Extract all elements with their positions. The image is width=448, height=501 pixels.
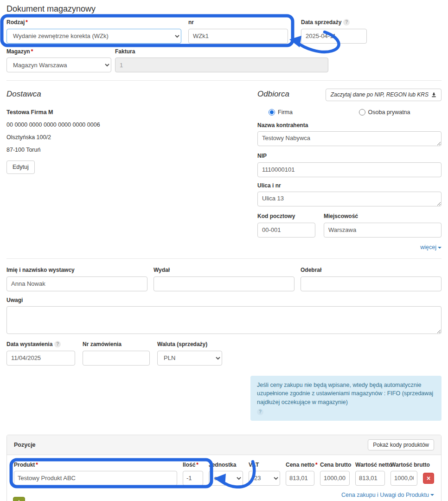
supplier-section: Dostawca Testowa Firma M 00 0000 0000 00…: [6, 89, 238, 250]
nr-zamowienia-label: Nr zamówienia: [83, 341, 150, 348]
recipient-heading: Odbiorca: [257, 90, 289, 99]
miejscowosc-input[interactable]: [324, 223, 442, 238]
firma-radio[interactable]: [269, 109, 275, 116]
help-icon[interactable]: ?: [343, 19, 350, 26]
produkt-input[interactable]: [14, 471, 177, 486]
supplier-city: 87-100 Toruń: [6, 147, 238, 153]
section-divider: [6, 80, 442, 81]
wydal-input[interactable]: [154, 276, 294, 291]
jednostka-label: Jednostka: [209, 462, 243, 469]
magazyn-label: Magazyn*: [6, 48, 111, 56]
ulica-textarea[interactable]: Ulica 13: [257, 192, 442, 206]
magazyn-select[interactable]: Magazyn Warszawa: [6, 58, 111, 72]
ulica-label: Ulica i nr: [257, 182, 442, 190]
supplier-street: Olsztyńska 100/2: [6, 134, 238, 141]
add-position-button[interactable]: +: [13, 497, 25, 501]
fetch-by-nip-button[interactable]: Zaczytaj dane po NIP, REGON lub KRS: [326, 89, 442, 101]
kod-pocztowy-label: Kod pocztowy: [257, 213, 315, 220]
vat-label: VAT: [249, 462, 280, 469]
cena-brutto-label: Cena brutto: [320, 462, 350, 469]
nazwa-kontrahenta-label: Nazwa kontrahenta: [257, 122, 442, 129]
show-product-codes-button[interactable]: Pokaż kody produktów: [368, 439, 434, 450]
odebral-input[interactable]: [301, 276, 442, 291]
required-asterisk: *: [31, 48, 33, 55]
caret-down-icon: [430, 494, 434, 496]
download-icon: [431, 92, 436, 97]
cena-brutto-input[interactable]: [320, 471, 350, 486]
firma-radio-label: Firma: [278, 109, 293, 116]
required-asterisk: *: [196, 462, 198, 468]
required-asterisk: *: [315, 462, 318, 468]
plus-icon: +: [17, 498, 21, 501]
document-header-form: Rodzaj* Wydanie zewnętrzne korekta (WZk)…: [6, 19, 442, 72]
data-sprzedazy-input[interactable]: [301, 29, 367, 44]
nr-zamowienia-input[interactable]: [83, 351, 150, 366]
supplier-account-number: 00 0000 0000 0000 0000 0000 0006: [6, 122, 238, 128]
purchase-price-notes-link[interactable]: Cena zakupu i Uwagi do Produktu: [341, 492, 434, 498]
fifo-info-text: Jeśli ceny zakupu nie będą wpisane, wted…: [257, 381, 435, 407]
supplier-name: Testowa Firma M: [6, 109, 238, 116]
waluta-select[interactable]: PLN: [157, 351, 222, 366]
fetch-by-nip-label: Zaczytaj dane po NIP, REGON lub KRS: [331, 91, 429, 98]
close-icon: ×: [427, 475, 430, 482]
help-icon[interactable]: ?: [54, 341, 61, 347]
rodzaj-select[interactable]: Wydanie zewnętrzne korekta (WZk): [6, 29, 181, 44]
odebral-label: Odebrał: [301, 267, 442, 274]
miejscowosc-label: Miejscowość: [324, 213, 442, 220]
produkt-label: Produkt*: [14, 462, 177, 469]
data-wystawienia-label: Data wystawienia?: [6, 341, 75, 348]
wystawca-input[interactable]: [6, 276, 147, 291]
cena-netto-label: Cena netto*: [286, 462, 314, 469]
radio-option-osoba-prywatna[interactable]: Osoba prywatna: [352, 109, 442, 116]
help-icon[interactable]: ?: [257, 409, 263, 415]
uwagi-textarea[interactable]: [6, 306, 442, 334]
required-asterisk: *: [36, 462, 38, 468]
supplier-heading: Dostawca: [6, 90, 238, 99]
nip-label: NIP: [257, 153, 442, 160]
ilosc-label: Ilość*: [183, 462, 203, 469]
rodzaj-label: Rodzaj*: [6, 19, 181, 26]
ilosc-input[interactable]: [183, 471, 203, 486]
section-divider: [6, 258, 442, 259]
kod-pocztowy-input[interactable]: [257, 223, 315, 238]
positions-panel: Pozycje Pokaż kody produktów Produkt* Il…: [6, 435, 442, 501]
wartosc-brutto-input[interactable]: [390, 471, 417, 486]
osoba-prywatna-radio[interactable]: [359, 109, 365, 116]
nr-label: nr: [188, 19, 288, 26]
data-wystawienia-input[interactable]: [6, 351, 75, 366]
position-row: Produkt* Ilość* Jednostka szt VAT 23: [14, 462, 434, 486]
cena-netto-input[interactable]: [286, 471, 314, 486]
wydal-label: Wydał: [154, 267, 294, 274]
nip-input[interactable]: [257, 162, 442, 177]
nazwa-kontrahenta-textarea[interactable]: Testowy Nabywca: [257, 131, 442, 146]
recipient-section: Odbiorca Zaczytaj dane po NIP, REGON lub…: [238, 89, 442, 250]
wartosc-netto-label: Wartość netto: [355, 462, 385, 469]
faktura-label: Faktura: [115, 48, 328, 56]
waluta-label: Waluta (sprzedaży): [157, 341, 222, 348]
radio-option-firma[interactable]: Firma: [257, 109, 352, 116]
faktura-input: [115, 58, 328, 72]
required-asterisk: *: [26, 19, 28, 26]
remove-row-button[interactable]: ×: [423, 473, 434, 484]
caret-down-icon: [438, 247, 442, 249]
more-link[interactable]: więcej: [420, 244, 442, 250]
nr-input[interactable]: [188, 29, 288, 44]
fifo-info-box: Jeśli ceny zakupu nie będą wpisane, wted…: [250, 376, 442, 421]
wartosc-netto-input[interactable]: [355, 471, 385, 486]
positions-heading: Pozycje: [14, 442, 36, 448]
osoba-prywatna-radio-label: Osoba prywatna: [368, 109, 410, 116]
vat-select[interactable]: 23: [249, 471, 280, 486]
data-sprzedazy-label: Data sprzedaży?: [301, 19, 367, 26]
wartosc-brutto-label: Wartość brutto: [390, 462, 417, 469]
jednostka-select[interactable]: szt: [209, 471, 243, 486]
edit-supplier-button[interactable]: Edytuj: [6, 161, 35, 174]
uwagi-label: Uwagi: [6, 297, 442, 304]
page-title: Dokument magazynowy: [6, 4, 442, 14]
wystawca-label: Imię i nazwisko wystawcy: [6, 267, 147, 274]
